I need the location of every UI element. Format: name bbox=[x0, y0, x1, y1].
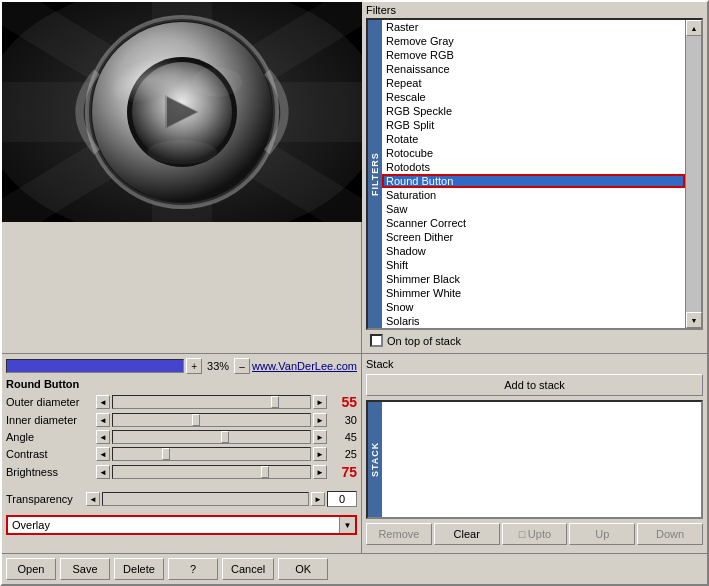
top-section: Filters FILTERS RasterRemove GrayRemove … bbox=[2, 2, 707, 353]
filter-item[interactable]: Renaissance bbox=[382, 62, 685, 76]
filter-item[interactable]: Rotodots bbox=[382, 160, 685, 174]
slider-thumb-0[interactable] bbox=[271, 396, 279, 408]
upto-checkbox: ☐ bbox=[518, 530, 526, 540]
delete-btn[interactable]: Delete bbox=[114, 558, 164, 580]
down-btn[interactable]: Down bbox=[637, 523, 703, 545]
filter-item[interactable]: RGB Speckle bbox=[382, 104, 685, 118]
up-btn[interactable]: Up bbox=[569, 523, 635, 545]
filter-item[interactable]: Rotocube bbox=[382, 146, 685, 160]
transparency-right-btn[interactable]: ► bbox=[311, 492, 325, 506]
svg-point-14 bbox=[192, 67, 242, 97]
filter-item[interactable]: RGB Split bbox=[382, 118, 685, 132]
filter-item[interactable]: Scanner Correct bbox=[382, 216, 685, 230]
filter-item[interactable]: Shimmer White bbox=[382, 286, 685, 300]
filters-section: Filters FILTERS RasterRemove GrayRemove … bbox=[362, 2, 707, 353]
website-link[interactable]: www.VanDerLee.com bbox=[252, 360, 357, 372]
slider-thumb-1[interactable] bbox=[192, 414, 200, 426]
filters-list-container: FILTERS RasterRemove GrayRemove RGBRenai… bbox=[366, 18, 703, 330]
sliders-container: Outer diameter ◄ ► 55 Inner diameter ◄ ►… bbox=[6, 394, 357, 483]
slider-thumb-2[interactable] bbox=[221, 431, 229, 443]
slider-left-btn-3[interactable]: ◄ bbox=[96, 447, 110, 461]
clear-btn[interactable]: Clear bbox=[434, 523, 500, 545]
cancel-btn[interactable]: Cancel bbox=[222, 558, 274, 580]
scroll-down-btn[interactable]: ▼ bbox=[686, 312, 702, 328]
filter-item[interactable]: Remove RGB bbox=[382, 48, 685, 62]
scroll-up-btn[interactable]: ▲ bbox=[686, 20, 702, 36]
filter-item[interactable]: Repeat bbox=[382, 76, 685, 90]
filter-item[interactable]: Round Button bbox=[382, 174, 685, 188]
add-to-stack-btn[interactable]: Add to stack bbox=[366, 374, 703, 396]
preview-area bbox=[2, 2, 362, 222]
filter-item[interactable]: Solaris bbox=[382, 314, 685, 328]
left-controls: + 33% – www.VanDerLee.com Round Button O… bbox=[2, 354, 362, 553]
right-controls: Stack Add to stack STACK Remove Clear ☐U… bbox=[362, 354, 707, 553]
overlay-value: Overlay bbox=[12, 519, 50, 531]
filters-scrollbar[interactable]: ▲ ▼ bbox=[685, 20, 701, 328]
progress-plus-btn[interactable]: + bbox=[186, 358, 202, 374]
transparency-value[interactable]: 0 bbox=[327, 491, 357, 507]
on-top-checkbox[interactable] bbox=[370, 334, 383, 347]
filter-item[interactable]: Saw bbox=[382, 202, 685, 216]
filters-list[interactable]: RasterRemove GrayRemove RGBRenaissanceRe… bbox=[382, 20, 685, 328]
transparency-left-btn[interactable]: ◄ bbox=[86, 492, 100, 506]
upto-btn[interactable]: ☐Upto bbox=[502, 523, 568, 545]
slider-right-btn-0[interactable]: ► bbox=[313, 395, 327, 409]
slider-right-btn-4[interactable]: ► bbox=[313, 465, 327, 479]
progress-percent: 33% bbox=[204, 360, 232, 372]
slider-left-btn-1[interactable]: ◄ bbox=[96, 413, 110, 427]
slider-thumb-3[interactable] bbox=[162, 448, 170, 460]
stack-title: Stack bbox=[366, 358, 703, 370]
remove-btn[interactable]: Remove bbox=[366, 523, 432, 545]
slider-label-2: Angle bbox=[6, 431, 96, 443]
slider-value-3: 25 bbox=[329, 448, 357, 460]
overlay-dropdown-row: Overlay ▼ bbox=[6, 515, 357, 535]
filter-item[interactable]: Saturation bbox=[382, 188, 685, 202]
slider-track-3[interactable] bbox=[112, 447, 311, 461]
progress-row: + 33% – www.VanDerLee.com bbox=[6, 358, 357, 374]
slider-row-1: Inner diameter ◄ ► 30 bbox=[6, 413, 357, 427]
slider-track-4[interactable] bbox=[112, 465, 311, 479]
transparency-track[interactable] bbox=[102, 492, 309, 506]
filter-item[interactable]: Remove Gray bbox=[382, 34, 685, 48]
filter-item[interactable]: Rotate bbox=[382, 132, 685, 146]
on-top-label: On top of stack bbox=[387, 335, 461, 347]
ok-btn[interactable]: OK bbox=[278, 558, 328, 580]
transparency-label: Transparency bbox=[6, 493, 86, 505]
filter-item[interactable]: Raster bbox=[382, 20, 685, 34]
slider-label-0: Outer diameter bbox=[6, 396, 96, 408]
slider-value-1: 30 bbox=[329, 414, 357, 426]
slider-thumb-4[interactable] bbox=[261, 466, 269, 478]
slider-right-btn-2[interactable]: ► bbox=[313, 430, 327, 444]
slider-left-btn-4[interactable]: ◄ bbox=[96, 465, 110, 479]
svg-point-15 bbox=[147, 140, 217, 164]
filter-item[interactable]: Shimmer Black bbox=[382, 272, 685, 286]
slider-track-1[interactable] bbox=[112, 413, 311, 427]
slider-left-btn-2[interactable]: ◄ bbox=[96, 430, 110, 444]
bottom-controls: + 33% – www.VanDerLee.com Round Button O… bbox=[2, 353, 707, 553]
bottom-action-row: Open Save Delete ? Cancel OK bbox=[2, 553, 707, 584]
slider-left-btn-0[interactable]: ◄ bbox=[96, 395, 110, 409]
slider-value-2: 45 bbox=[329, 431, 357, 443]
slider-value-4: 75 bbox=[329, 464, 357, 480]
stack-btns-row: Remove Clear ☐Upto Up Down bbox=[366, 523, 703, 545]
stack-content bbox=[382, 402, 701, 517]
slider-row-2: Angle ◄ ► 45 bbox=[6, 430, 357, 444]
open-btn[interactable]: Open bbox=[6, 558, 56, 580]
filter-item[interactable]: Shadow bbox=[382, 244, 685, 258]
help-btn[interactable]: ? bbox=[168, 558, 218, 580]
slider-value-0: 55 bbox=[329, 394, 357, 410]
slider-track-2[interactable] bbox=[112, 430, 311, 444]
slider-right-btn-1[interactable]: ► bbox=[313, 413, 327, 427]
slider-label-3: Contrast bbox=[6, 448, 96, 460]
filter-item[interactable]: Shift bbox=[382, 258, 685, 272]
progress-minus-btn[interactable]: – bbox=[234, 358, 250, 374]
slider-right-btn-3[interactable]: ► bbox=[313, 447, 327, 461]
overlay-dropdown[interactable]: Overlay ▼ bbox=[6, 515, 357, 535]
slider-track-0[interactable] bbox=[112, 395, 311, 409]
filter-item[interactable]: Snow bbox=[382, 300, 685, 314]
stack-area: STACK bbox=[366, 400, 703, 519]
save-btn[interactable]: Save bbox=[60, 558, 110, 580]
filter-item[interactable]: Screen Dither bbox=[382, 230, 685, 244]
dropdown-arrow-icon[interactable]: ▼ bbox=[339, 517, 355, 533]
filter-item[interactable]: Rescale bbox=[382, 90, 685, 104]
